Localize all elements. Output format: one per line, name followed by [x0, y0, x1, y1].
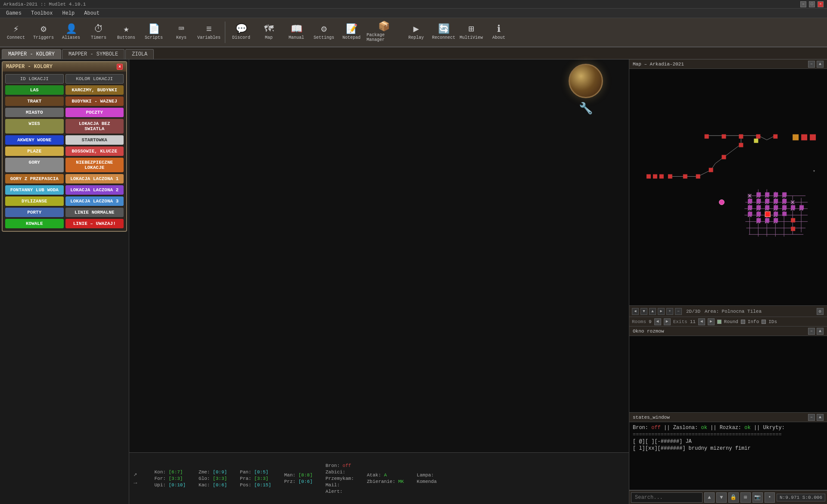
zbieranie-stat: Zbieranie: MK: [367, 479, 404, 484]
map-nav-north[interactable]: ▲: [649, 308, 656, 315]
connect-button[interactable]: ⚡ Connect: [3, 19, 28, 45]
linie-normalne-button[interactable]: LINIE NORMALNE: [65, 208, 124, 217]
map-nav-west[interactable]: ◄: [632, 308, 639, 315]
map-button[interactable]: 🗺 Map: [256, 19, 281, 45]
round-label: Round: [724, 319, 738, 324]
svg-rect-115: [756, 218, 761, 222]
settings-label: Settings: [314, 35, 334, 40]
exits-inc-button[interactable]: ►: [708, 318, 715, 325]
close-button[interactable]: ×: [818, 1, 824, 7]
linie-uwazaj-button[interactable]: LINIE – UWAZAJ!: [65, 219, 124, 228]
dylizanse-button[interactable]: DYLIZANSE: [5, 196, 64, 206]
przemykam-stat: Przemykam:: [326, 476, 354, 481]
zme-stat: Zme: [0:9]: [199, 470, 227, 475]
gory-button[interactable]: GORY: [5, 158, 64, 172]
tab-ziola[interactable]: ZIOLA: [125, 49, 154, 59]
exits-value: 11: [690, 319, 696, 324]
bossowie-button[interactable]: BOSSOWIE, KLUCZE: [65, 146, 124, 156]
menu-toolbox[interactable]: Toolbox: [27, 9, 57, 17]
fontanny-button[interactable]: FONTANNY LUB WODA: [5, 185, 64, 195]
reconnect-button[interactable]: 🔄 Reconnect: [431, 19, 456, 45]
search-option1-button[interactable]: ⊞: [740, 492, 751, 503]
lokacja-laczona1-button[interactable]: LOKACJA LACZONA 1: [65, 174, 124, 184]
plaze-button[interactable]: PLAZE: [5, 146, 64, 156]
search-option2-button[interactable]: 📷: [752, 492, 763, 503]
svg-rect-105: [765, 205, 769, 209]
tab-mapper-kolory[interactable]: MAPPER - KOLORY: [2, 49, 61, 59]
komenda-stat: Komenda: [417, 479, 437, 484]
kolor-lokacji-button[interactable]: KOLOR LOKACJI: [65, 74, 124, 84]
lokacja-bez-swiatla-button[interactable]: LOKACJA BEZ SWIATLA: [65, 119, 124, 134]
search-down-button[interactable]: ▼: [716, 492, 727, 503]
id-lokacji-button[interactable]: ID LOKACJI: [5, 74, 64, 84]
pra-stat: Pra: [3:3]: [240, 476, 271, 481]
scripts-button[interactable]: 📄 Scripts: [141, 19, 166, 45]
round-checkbox[interactable]: [717, 320, 721, 324]
mapper-kolory-close[interactable]: ×: [117, 64, 123, 70]
akweny-wodne-button[interactable]: AKWENY WODNE: [5, 135, 64, 145]
las-button[interactable]: LAS: [5, 85, 64, 95]
states-expand-button[interactable]: ▲: [817, 414, 824, 421]
map-collapse-button[interactable]: –: [808, 61, 815, 68]
ids-checkbox[interactable]: [762, 320, 766, 324]
prz-stat: Prz: [0:6]: [284, 479, 313, 484]
search-option3-button[interactable]: •: [765, 492, 775, 503]
map-nav-south[interactable]: ▼: [640, 308, 647, 315]
trakt-button[interactable]: TRAKT: [5, 96, 64, 106]
map-nav-plus[interactable]: +: [666, 308, 673, 315]
lokacja-laczona2-button[interactable]: LOKACJA LACZONA 2: [65, 185, 124, 195]
variables-button[interactable]: ≡ Variables: [196, 19, 221, 45]
about-button[interactable]: ℹ About: [486, 19, 511, 45]
minimize-button[interactable]: −: [800, 1, 806, 7]
keys-label: Keys: [176, 35, 187, 40]
miasto-button[interactable]: MIASTO: [5, 108, 64, 117]
kowale-button[interactable]: KOWALE: [5, 219, 64, 228]
search-up-button[interactable]: ▲: [704, 492, 715, 503]
menu-help[interactable]: Help: [58, 9, 79, 17]
notepad-button[interactable]: 📝 Notepad: [339, 19, 364, 45]
package-manager-button[interactable]: 📦 Package Manager: [367, 19, 401, 45]
svg-rect-79: [722, 134, 726, 139]
menu-games[interactable]: Games: [2, 9, 26, 17]
lokacja-laczona3-button[interactable]: LOKACJA LACZONA 3: [65, 196, 124, 206]
mapper-kolory-titlebar: MAPPER - KOLORY ×: [3, 62, 126, 72]
niebezpieczne-button[interactable]: NIEBEZPIECZNE LOKACJE: [65, 158, 124, 172]
states-collapse-button[interactable]: –: [808, 414, 815, 421]
poczty-button[interactable]: POCZTY: [65, 108, 124, 117]
map-nav-minus[interactable]: −: [675, 308, 682, 315]
rooms-dec-button[interactable]: ◄: [654, 318, 661, 325]
buttons-button[interactable]: ★ Buttons: [114, 19, 139, 45]
okno-expand-button[interactable]: ▲: [817, 328, 824, 335]
keys-button[interactable]: ⌨ Keys: [169, 19, 194, 45]
svg-rect-87: [696, 174, 700, 179]
maximize-button[interactable]: □: [809, 1, 815, 7]
settings-button[interactable]: ⚙ Settings: [311, 19, 336, 45]
states-content: Bron: off || Zaslona: ok || Rozkaz: ok |…: [629, 422, 827, 490]
map-settings-button[interactable]: ⚙: [817, 308, 824, 315]
budynki-waznej-button[interactable]: BUDYNKI - WAZNEJ: [65, 96, 124, 106]
aliases-button[interactable]: 👤 Aliases: [59, 19, 84, 45]
gory-przepascia-button[interactable]: GORY Z PRZEPASCIA: [5, 174, 64, 184]
manual-button[interactable]: 📖 Manual: [284, 19, 309, 45]
startowka-button[interactable]: STARTOWKA: [65, 135, 124, 145]
menu-about[interactable]: About: [80, 9, 104, 17]
timers-button[interactable]: ⏱ Timers: [86, 19, 111, 45]
tab-mapper-symbole[interactable]: MAPPER - SYMBOLE: [62, 49, 124, 59]
triggers-button[interactable]: ⚙ Triggers: [31, 19, 56, 45]
search-lock-button[interactable]: 🔒: [728, 492, 739, 503]
map-nav-east[interactable]: ►: [658, 308, 665, 315]
info-checkbox[interactable]: [741, 320, 745, 324]
search-input[interactable]: [631, 492, 703, 503]
map-expand-button[interactable]: ▲: [817, 61, 824, 68]
status-area: ↗ → Kon: [6:7] For: [3:3] Upi: [0:10] Zm…: [129, 452, 629, 504]
rooms-inc-button[interactable]: ►: [664, 318, 671, 325]
replay-button[interactable]: ▶ Replay: [404, 19, 429, 45]
karczmy-button[interactable]: KARCZMY, BUDYNKI: [65, 85, 124, 95]
wies-button[interactable]: WIES: [5, 119, 64, 134]
exits-dec-button[interactable]: ◄: [698, 318, 705, 325]
discord-button[interactable]: 💬 Discord: [229, 19, 254, 45]
porty-button[interactable]: PORTY: [5, 208, 64, 217]
okno-collapse-button[interactable]: –: [808, 328, 815, 335]
multiview-button[interactable]: ⊞ MultiView: [459, 19, 484, 45]
map-mode: 2D/3D: [686, 309, 700, 314]
